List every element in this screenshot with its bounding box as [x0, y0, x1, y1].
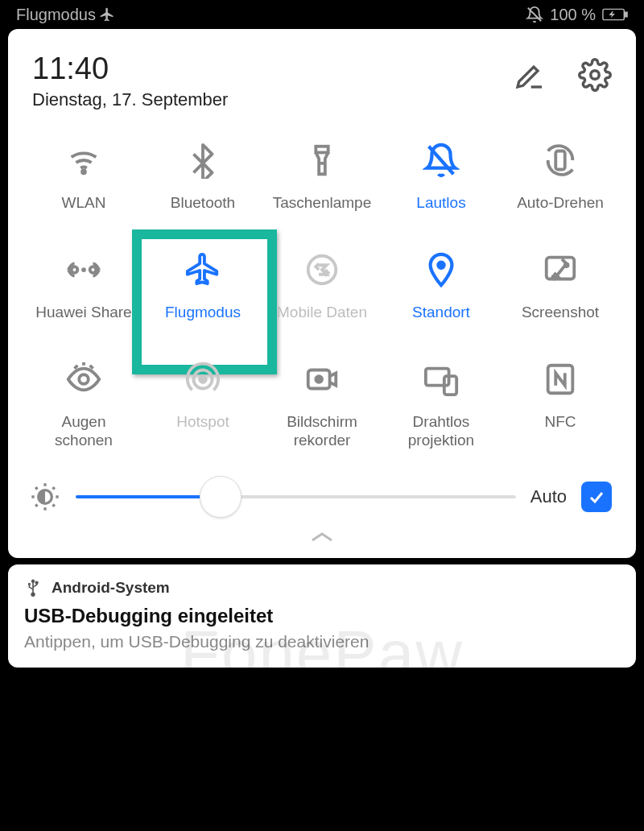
battery-pct: 100 %: [550, 6, 596, 24]
quick-settings-panel: 11:40 Dienstag, 17. September WLANBlueto…: [8, 29, 636, 558]
tile-huawei-share[interactable]: Huawei Share: [24, 247, 143, 323]
notification-app: Android-System: [52, 579, 170, 597]
tile-silent[interactable]: Lautlos: [382, 138, 501, 213]
nfc-icon: [542, 357, 579, 402]
notification-subtitle: Antippen, um USB-Debugging zu deaktivier…: [24, 632, 620, 651]
tile-bluetooth[interactable]: Bluetooth: [143, 138, 262, 213]
tile-screenshot[interactable]: Screenshot: [501, 247, 620, 323]
clock-date: Dienstag, 17. September: [32, 89, 228, 110]
recorder-icon: [303, 357, 341, 402]
svg-point-10: [35, 581, 38, 584]
status-bar: Flugmodus 100 %: [0, 0, 644, 29]
hotspot-icon: [184, 357, 221, 402]
tile-label: Drahtlos projektion: [408, 413, 474, 450]
tile-label: NFC: [544, 413, 576, 432]
tile-auto-rotate[interactable]: Auto-Drehen: [501, 138, 620, 213]
wifi-icon: [65, 138, 102, 183]
bluetooth-icon: [184, 138, 221, 183]
svg-point-8: [31, 593, 35, 596]
data-icon: [303, 247, 341, 292]
mute-icon: [526, 6, 543, 23]
screenshot-icon: [542, 247, 579, 292]
brightness-slider[interactable]: [76, 495, 516, 498]
brightness-row: Auto: [24, 474, 620, 526]
collapse-icon[interactable]: [308, 529, 336, 545]
flashlight-icon: [303, 138, 341, 183]
clock-time: 11:40: [32, 52, 228, 86]
notification-title: USB-Debugging eingeleitet: [24, 605, 620, 627]
tile-wireless-projection[interactable]: Drahtlos projektion: [382, 357, 501, 450]
tile-label: Lautlos: [416, 194, 465, 213]
settings-icon[interactable]: [578, 58, 612, 92]
location-icon: [423, 247, 460, 292]
tile-label: Standort: [412, 304, 470, 323]
usb-icon: [24, 579, 42, 597]
tile-screen-recorder[interactable]: Bildschirm rekorder: [262, 357, 382, 450]
auto-brightness-checkbox[interactable]: [581, 482, 612, 512]
tile-mobile-data[interactable]: Mobile Daten: [262, 247, 382, 323]
tile-label: Auto-Drehen: [517, 194, 604, 213]
datetime-block[interactable]: 11:40 Dienstag, 17. September: [32, 52, 228, 110]
svg-rect-9: [28, 583, 31, 585]
share-icon: [65, 247, 102, 292]
svg-rect-2: [625, 12, 627, 17]
projection-icon: [423, 357, 460, 402]
airplane-icon: [184, 247, 221, 292]
tile-label: Mobile Daten: [277, 304, 367, 323]
tile-label: Screenshot: [522, 304, 599, 323]
rotate-icon: [542, 138, 579, 183]
tile-label: Augen schonen: [55, 413, 113, 450]
tile-hotspot[interactable]: Hotspot: [143, 357, 262, 450]
status-mode-label: Flugmodus: [16, 6, 96, 24]
battery-icon: [602, 7, 628, 22]
bell-off-icon: [423, 138, 460, 183]
tile-label: Bluetooth: [171, 194, 235, 213]
tile-eye-comfort[interactable]: Augen schonen: [24, 357, 143, 450]
tile-label: Bildschirm rekorder: [287, 413, 357, 450]
auto-brightness-label: Auto: [530, 486, 567, 507]
tile-location[interactable]: Standort: [382, 247, 501, 323]
svg-point-4: [591, 71, 600, 80]
tile-wlan[interactable]: WLAN: [24, 138, 143, 213]
slider-thumb[interactable]: [200, 476, 242, 518]
brightness-icon: [29, 481, 61, 513]
notification-card[interactable]: Android-System USB-Debugging eingeleitet…: [8, 564, 636, 668]
tile-label: Taschenlampe: [273, 194, 372, 213]
tiles-grid: WLANBluetoothTaschenlampeLautlosAuto-Dre…: [24, 130, 620, 474]
tile-label: Huawei Share: [35, 304, 131, 323]
edit-icon[interactable]: [514, 59, 546, 91]
airplane-icon: [99, 6, 115, 23]
tile-label: WLAN: [62, 194, 106, 213]
tile-nfc[interactable]: NFC: [501, 357, 620, 450]
tile-flashlight[interactable]: Taschenlampe: [262, 138, 382, 213]
tile-airplane[interactable]: Flugmodus: [143, 247, 262, 323]
eye-icon: [65, 357, 102, 402]
tile-label: Hotspot: [176, 413, 229, 432]
tile-label: Flugmodus: [165, 304, 241, 323]
